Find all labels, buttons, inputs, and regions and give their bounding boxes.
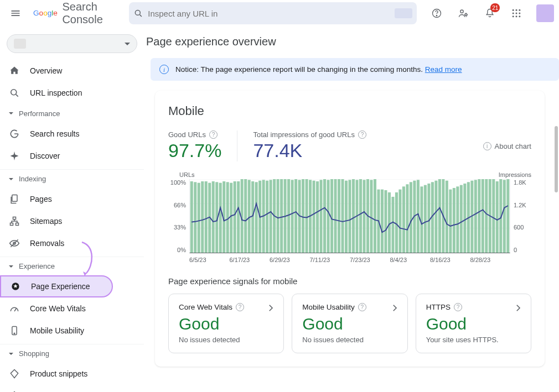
nav-sitemaps[interactable]: Sitemaps bbox=[0, 210, 131, 232]
nav-page-experience[interactable]: Page Experience bbox=[0, 275, 113, 297]
svg-rect-87 bbox=[398, 190, 401, 253]
svg-rect-103 bbox=[456, 186, 459, 253]
svg-rect-85 bbox=[391, 197, 394, 253]
svg-rect-100 bbox=[446, 181, 448, 253]
svg-rect-116 bbox=[503, 180, 506, 253]
nav-removals[interactable]: Removals bbox=[0, 232, 131, 254]
svg-point-23 bbox=[14, 333, 15, 334]
signal-status: Good bbox=[179, 315, 273, 333]
svg-rect-16 bbox=[12, 195, 17, 202]
nav-label: Mobile Usability bbox=[30, 326, 84, 335]
scroll-thumb[interactable] bbox=[555, 126, 558, 192]
section-experience[interactable]: Experience bbox=[0, 257, 144, 275]
nav-label: Overview bbox=[30, 66, 62, 75]
nav-discover[interactable]: Discover bbox=[0, 145, 131, 167]
help-icon[interactable] bbox=[426, 2, 448, 24]
svg-rect-61 bbox=[306, 179, 308, 253]
signal-subtext: No issues detected bbox=[179, 336, 273, 344]
svg-point-1 bbox=[136, 10, 141, 15]
section-performance[interactable]: Performance bbox=[0, 104, 144, 123]
svg-rect-117 bbox=[506, 179, 509, 253]
svg-rect-84 bbox=[388, 192, 391, 253]
diamond-icon bbox=[9, 368, 20, 379]
svg-rect-30 bbox=[194, 182, 196, 253]
help-icon[interactable]: ? bbox=[236, 303, 244, 311]
notice-read-more-link[interactable]: Read more bbox=[425, 65, 462, 74]
account-avatar[interactable] bbox=[536, 4, 554, 22]
svg-rect-69 bbox=[334, 179, 337, 253]
medal-icon bbox=[10, 281, 21, 292]
chart: URLs Impressions 100%66%33%0% 1.8K1.2K60… bbox=[168, 171, 531, 263]
help-icon[interactable]: ? bbox=[358, 303, 366, 311]
nav-pages[interactable]: Pages bbox=[0, 188, 131, 210]
app-logo[interactable]: Google Search Console bbox=[33, 1, 116, 26]
y-axis-right: 1.8K1.2K6000 bbox=[510, 179, 531, 253]
nav-overview[interactable]: Overview bbox=[0, 60, 131, 82]
svg-rect-93 bbox=[420, 186, 423, 253]
signal-card-core-web-vitals[interactable]: Core Web Vitals? Good No issues detected bbox=[168, 294, 284, 353]
help-icon[interactable]: ? bbox=[454, 303, 462, 311]
nav-label: Page Experience bbox=[31, 282, 90, 291]
search-input[interactable] bbox=[143, 8, 394, 19]
mobile-experience-card: Mobile Good URLs? 97.7% Total impression… bbox=[155, 91, 545, 367]
svg-point-7 bbox=[516, 9, 517, 11]
apps-grid-icon[interactable] bbox=[505, 2, 527, 24]
svg-rect-51 bbox=[270, 180, 272, 253]
signal-card-mobile-usability[interactable]: Mobile Usability? Good No issues detecte… bbox=[292, 294, 407, 353]
notif-badge: 21 bbox=[490, 3, 500, 12]
svg-rect-70 bbox=[338, 179, 340, 253]
notice-text: Notice: The page experience report will … bbox=[175, 65, 425, 74]
signal-card-https[interactable]: HTTPS? Good Your site uses HTTPS. bbox=[416, 294, 531, 353]
svg-rect-77 bbox=[363, 180, 365, 253]
spark-icon bbox=[9, 150, 20, 161]
section-shopping[interactable]: Shopping bbox=[0, 344, 144, 363]
notifications-icon[interactable]: 21 bbox=[479, 2, 501, 24]
y-right-label: Impressions bbox=[499, 171, 531, 178]
good-urls-value: 97.7% bbox=[168, 140, 221, 161]
chevron-down-icon bbox=[9, 178, 13, 180]
svg-rect-39 bbox=[226, 182, 229, 253]
search-domain-chip bbox=[395, 8, 412, 18]
svg-rect-104 bbox=[460, 185, 463, 253]
nav-core-web-vitals[interactable]: Core Web Vitals bbox=[0, 297, 131, 320]
about-chart-link[interactable]: i About chart bbox=[483, 142, 532, 150]
property-selector[interactable] bbox=[7, 34, 137, 53]
x-axis: 6/5/236/17/236/29/237/11/237/23/238/4/23… bbox=[168, 253, 531, 263]
help-icon[interactable]: ? bbox=[209, 130, 218, 139]
stat-impressions: Total impressions of good URLs? 77.4K bbox=[253, 130, 382, 161]
google-logo-icon: Google bbox=[33, 7, 61, 20]
scrollbar[interactable] bbox=[555, 27, 558, 392]
svg-rect-67 bbox=[327, 180, 330, 253]
nav-url-inspection[interactable]: URL inspection bbox=[0, 82, 131, 104]
svg-rect-54 bbox=[280, 179, 283, 253]
svg-rect-19 bbox=[16, 223, 19, 225]
help-icon[interactable]: ? bbox=[358, 130, 366, 139]
property-thumb bbox=[14, 39, 26, 49]
svg-rect-89 bbox=[406, 184, 408, 253]
menu-icon[interactable] bbox=[4, 2, 27, 24]
nav-mobile-usability[interactable]: Mobile Usability bbox=[0, 320, 131, 342]
svg-rect-76 bbox=[359, 179, 362, 253]
url-inspection-search[interactable] bbox=[129, 2, 417, 24]
signal-status: Good bbox=[302, 315, 397, 333]
svg-rect-110 bbox=[482, 179, 484, 253]
svg-rect-105 bbox=[463, 184, 466, 253]
nav-label: Discover bbox=[30, 151, 60, 160]
svg-rect-18 bbox=[11, 223, 13, 225]
chevron-down-icon bbox=[9, 353, 13, 355]
nav-product-snippets[interactable]: Product snippets bbox=[0, 363, 131, 385]
chevron-right-icon bbox=[513, 303, 523, 315]
svg-rect-94 bbox=[424, 185, 427, 253]
app-name: Search Console bbox=[62, 1, 116, 26]
users-settings-icon[interactable] bbox=[452, 2, 474, 24]
svg-point-10 bbox=[516, 13, 517, 14]
chevron-down-icon bbox=[9, 265, 13, 268]
svg-rect-90 bbox=[410, 182, 412, 253]
section-indexing[interactable]: Indexing bbox=[0, 169, 144, 188]
nav-merchant-listings[interactable]: Merchant listings bbox=[0, 385, 131, 392]
svg-rect-45 bbox=[248, 180, 251, 253]
page-title: Page experience overview bbox=[146, 35, 559, 48]
svg-rect-57 bbox=[291, 180, 294, 253]
signal-status: Good bbox=[426, 315, 521, 333]
nav-search-results[interactable]: Search results bbox=[0, 123, 131, 145]
